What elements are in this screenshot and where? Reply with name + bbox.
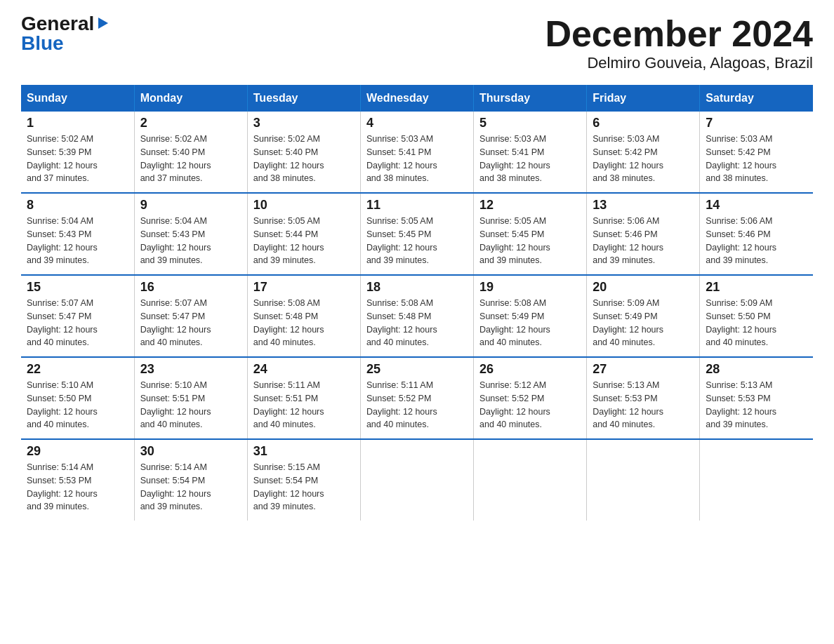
calendar-cell: 9Sunrise: 5:04 AMSunset: 5:43 PMDaylight… (134, 193, 247, 275)
calendar-cell: 11Sunrise: 5:05 AMSunset: 5:45 PMDayligh… (360, 193, 473, 275)
calendar-table: SundayMondayTuesdayWednesdayThursdayFrid… (21, 85, 813, 521)
calendar-cell: 2Sunrise: 5:02 AMSunset: 5:40 PMDaylight… (134, 112, 247, 193)
day-info: Sunrise: 5:02 AMSunset: 5:40 PMDaylight:… (140, 133, 241, 185)
day-info: Sunrise: 5:08 AMSunset: 5:48 PMDaylight:… (253, 297, 355, 349)
calendar-cell: 31Sunrise: 5:15 AMSunset: 5:54 PMDayligh… (247, 439, 360, 521)
day-info: Sunrise: 5:03 AMSunset: 5:41 PMDaylight:… (479, 133, 581, 185)
day-info: Sunrise: 5:02 AMSunset: 5:40 PMDaylight:… (253, 133, 355, 185)
calendar-cell (700, 439, 813, 521)
day-info: Sunrise: 5:09 AMSunset: 5:49 PMDaylight:… (593, 297, 694, 349)
calendar-cell: 4Sunrise: 5:03 AMSunset: 5:41 PMDaylight… (360, 112, 473, 193)
day-info: Sunrise: 5:03 AMSunset: 5:42 PMDaylight:… (593, 133, 694, 185)
calendar-cell: 25Sunrise: 5:11 AMSunset: 5:52 PMDayligh… (360, 357, 473, 439)
day-number: 16 (140, 280, 241, 295)
calendar-cell: 16Sunrise: 5:07 AMSunset: 5:47 PMDayligh… (134, 275, 247, 357)
calendar-title: December 2024 (545, 14, 813, 54)
calendar-cell: 18Sunrise: 5:08 AMSunset: 5:48 PMDayligh… (360, 275, 473, 357)
day-info: Sunrise: 5:13 AMSunset: 5:53 PMDaylight:… (706, 379, 807, 431)
day-info: Sunrise: 5:03 AMSunset: 5:42 PMDaylight:… (706, 133, 807, 185)
calendar-cell: 3Sunrise: 5:02 AMSunset: 5:40 PMDaylight… (247, 112, 360, 193)
day-info: Sunrise: 5:02 AMSunset: 5:39 PMDaylight:… (27, 133, 128, 185)
day-info: Sunrise: 5:11 AMSunset: 5:52 PMDaylight:… (366, 379, 468, 431)
calendar-cell: 5Sunrise: 5:03 AMSunset: 5:41 PMDaylight… (474, 112, 587, 193)
day-number: 24 (253, 362, 355, 377)
day-info: Sunrise: 5:11 AMSunset: 5:51 PMDaylight:… (253, 379, 355, 431)
calendar-cell: 12Sunrise: 5:05 AMSunset: 5:45 PMDayligh… (474, 193, 587, 275)
day-number: 17 (253, 280, 355, 295)
day-number: 4 (366, 116, 468, 130)
calendar-cell: 20Sunrise: 5:09 AMSunset: 5:49 PMDayligh… (587, 275, 700, 357)
day-number: 1 (27, 116, 128, 130)
day-number: 15 (27, 280, 128, 295)
header-tuesday: Tuesday (247, 85, 360, 112)
day-number: 29 (27, 444, 128, 459)
day-info: Sunrise: 5:08 AMSunset: 5:48 PMDaylight:… (366, 297, 468, 349)
week-row-4: 22Sunrise: 5:10 AMSunset: 5:50 PMDayligh… (21, 357, 813, 439)
day-number: 26 (479, 362, 581, 377)
header-sunday: Sunday (21, 85, 134, 112)
day-number: 12 (479, 198, 581, 213)
day-number: 20 (593, 280, 694, 295)
page-header: General Blue December 2024 Delmiro Gouve… (21, 14, 813, 72)
calendar-cell: 27Sunrise: 5:13 AMSunset: 5:53 PMDayligh… (587, 357, 700, 439)
logo-general: General (21, 14, 94, 34)
title-block: December 2024 Delmiro Gouveia, Alagoas, … (545, 14, 813, 72)
day-number: 13 (593, 198, 694, 213)
calendar-cell: 28Sunrise: 5:13 AMSunset: 5:53 PMDayligh… (700, 357, 813, 439)
header-wednesday: Wednesday (360, 85, 473, 112)
calendar-cell: 26Sunrise: 5:12 AMSunset: 5:52 PMDayligh… (474, 357, 587, 439)
day-number: 25 (366, 362, 468, 377)
calendar-cell: 8Sunrise: 5:04 AMSunset: 5:43 PMDaylight… (21, 193, 134, 275)
calendar-cell: 13Sunrise: 5:06 AMSunset: 5:46 PMDayligh… (587, 193, 700, 275)
calendar-header: SundayMondayTuesdayWednesdayThursdayFrid… (21, 85, 813, 112)
day-info: Sunrise: 5:06 AMSunset: 5:46 PMDaylight:… (706, 215, 807, 267)
svg-marker-0 (98, 18, 108, 29)
day-info: Sunrise: 5:12 AMSunset: 5:52 PMDaylight:… (479, 379, 581, 431)
calendar-cell: 22Sunrise: 5:10 AMSunset: 5:50 PMDayligh… (21, 357, 134, 439)
logo-blue: Blue (21, 34, 110, 53)
calendar-cell (360, 439, 473, 521)
day-number: 2 (140, 116, 241, 130)
day-number: 19 (479, 280, 581, 295)
week-row-1: 1Sunrise: 5:02 AMSunset: 5:39 PMDaylight… (21, 112, 813, 193)
day-info: Sunrise: 5:08 AMSunset: 5:49 PMDaylight:… (479, 297, 581, 349)
header-saturday: Saturday (700, 85, 813, 112)
day-number: 8 (27, 198, 128, 213)
day-number: 14 (706, 198, 807, 213)
day-info: Sunrise: 5:07 AMSunset: 5:47 PMDaylight:… (140, 297, 241, 349)
day-info: Sunrise: 5:09 AMSunset: 5:50 PMDaylight:… (706, 297, 807, 349)
day-info: Sunrise: 5:10 AMSunset: 5:50 PMDaylight:… (27, 379, 128, 431)
calendar-cell (474, 439, 587, 521)
day-info: Sunrise: 5:05 AMSunset: 5:44 PMDaylight:… (253, 215, 355, 267)
day-number: 21 (706, 280, 807, 295)
calendar-subtitle: Delmiro Gouveia, Alagoas, Brazil (545, 54, 813, 72)
day-number: 22 (27, 362, 128, 377)
day-info: Sunrise: 5:15 AMSunset: 5:54 PMDaylight:… (253, 461, 355, 514)
logo-arrow-icon (95, 16, 110, 30)
calendar-cell: 23Sunrise: 5:10 AMSunset: 5:51 PMDayligh… (134, 357, 247, 439)
calendar-cell: 30Sunrise: 5:14 AMSunset: 5:54 PMDayligh… (134, 439, 247, 521)
day-info: Sunrise: 5:06 AMSunset: 5:46 PMDaylight:… (593, 215, 694, 267)
calendar-cell: 7Sunrise: 5:03 AMSunset: 5:42 PMDaylight… (700, 112, 813, 193)
calendar-cell: 24Sunrise: 5:11 AMSunset: 5:51 PMDayligh… (247, 357, 360, 439)
calendar-cell: 19Sunrise: 5:08 AMSunset: 5:49 PMDayligh… (474, 275, 587, 357)
calendar-cell: 17Sunrise: 5:08 AMSunset: 5:48 PMDayligh… (247, 275, 360, 357)
header-friday: Friday (587, 85, 700, 112)
day-info: Sunrise: 5:04 AMSunset: 5:43 PMDaylight:… (27, 215, 128, 267)
calendar-cell: 15Sunrise: 5:07 AMSunset: 5:47 PMDayligh… (21, 275, 134, 357)
day-number: 10 (253, 198, 355, 213)
day-info: Sunrise: 5:14 AMSunset: 5:53 PMDaylight:… (27, 461, 128, 514)
day-number: 18 (366, 280, 468, 295)
day-info: Sunrise: 5:14 AMSunset: 5:54 PMDaylight:… (140, 461, 241, 514)
day-number: 6 (593, 116, 694, 130)
day-info: Sunrise: 5:05 AMSunset: 5:45 PMDaylight:… (479, 215, 581, 267)
day-info: Sunrise: 5:10 AMSunset: 5:51 PMDaylight:… (140, 379, 241, 431)
week-row-5: 29Sunrise: 5:14 AMSunset: 5:53 PMDayligh… (21, 439, 813, 521)
day-number: 28 (706, 362, 807, 377)
calendar-cell: 29Sunrise: 5:14 AMSunset: 5:53 PMDayligh… (21, 439, 134, 521)
day-info: Sunrise: 5:05 AMSunset: 5:45 PMDaylight:… (366, 215, 468, 267)
logo: General Blue (21, 14, 110, 53)
day-number: 3 (253, 116, 355, 130)
day-number: 31 (253, 444, 355, 459)
day-info: Sunrise: 5:13 AMSunset: 5:53 PMDaylight:… (593, 379, 694, 431)
